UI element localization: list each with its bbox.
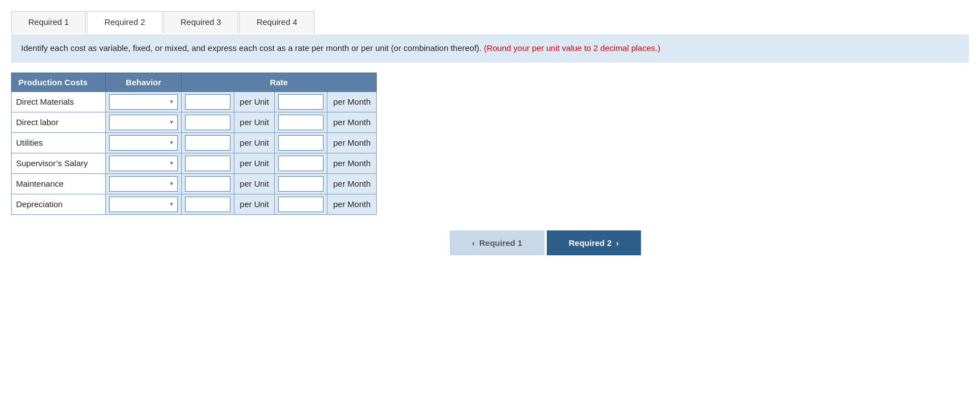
per-unit-label: per Unit xyxy=(234,112,275,132)
per-month-input-cell[interactable] xyxy=(275,112,327,132)
behavior-cell[interactable]: VariableFixedMixed▼ xyxy=(106,112,182,132)
per-unit-input-cell[interactable] xyxy=(181,132,234,153)
tabs-container: Required 1 Required 2 Required 3 Require… xyxy=(11,11,969,33)
cost-name-cell: Maintenance xyxy=(12,173,106,194)
table-row: Supervisor’s SalaryVariableFixedMixed▼pe… xyxy=(12,153,377,173)
cost-name-cell: Depreciation xyxy=(12,194,106,214)
per-unit-label: per Unit xyxy=(234,153,275,173)
per-month-label: per Month xyxy=(327,194,377,214)
instruction-highlight: (Round your per unit value to 2 decimal … xyxy=(484,43,660,53)
behavior-select[interactable]: VariableFixedMixed xyxy=(109,197,178,212)
per-unit-input[interactable] xyxy=(185,176,230,192)
per-unit-label: per Unit xyxy=(234,173,275,194)
per-month-label: per Month xyxy=(327,153,377,173)
per-unit-input[interactable] xyxy=(185,94,230,110)
per-month-input[interactable] xyxy=(278,197,324,212)
behavior-select[interactable]: VariableFixedMixed xyxy=(109,115,178,130)
behavior-select[interactable]: VariableFixedMixed xyxy=(109,176,178,192)
per-unit-input[interactable] xyxy=(185,115,230,130)
table-row: Direct MaterialsVariableFixedMixed▼per U… xyxy=(12,91,377,112)
prev-arrow-icon: ‹ xyxy=(472,238,475,248)
next-button-label: Required 2 xyxy=(569,238,612,248)
behavior-select[interactable]: VariableFixedMixed xyxy=(109,94,178,110)
per-month-label: per Month xyxy=(327,112,377,132)
header-behavior: Behavior xyxy=(106,73,182,91)
per-month-input-cell[interactable] xyxy=(275,173,327,194)
per-unit-input[interactable] xyxy=(185,135,230,151)
per-month-input-cell[interactable] xyxy=(275,91,327,112)
per-unit-label: per Unit xyxy=(234,194,275,214)
behavior-cell[interactable]: VariableFixedMixed▼ xyxy=(106,153,182,173)
table-row: MaintenanceVariableFixedMixed▼per Unitpe… xyxy=(12,173,377,194)
tab-required2[interactable]: Required 2 xyxy=(87,11,162,33)
cost-name-cell: Supervisor’s Salary xyxy=(12,153,106,173)
behavior-select[interactable]: VariableFixedMixed xyxy=(109,156,178,171)
instruction-box: Identify each cost as variable, fixed, o… xyxy=(11,34,969,63)
table-row: UtilitiesVariableFixedMixed▼per Unitper … xyxy=(12,132,377,153)
tab-required3[interactable]: Required 3 xyxy=(163,11,238,33)
per-month-input[interactable] xyxy=(278,115,324,130)
per-month-input-cell[interactable] xyxy=(275,194,327,214)
per-month-input[interactable] xyxy=(278,176,324,192)
next-arrow-icon: › xyxy=(616,238,619,248)
per-unit-input[interactable] xyxy=(185,156,230,171)
per-month-label: per Month xyxy=(327,132,377,153)
behavior-cell[interactable]: VariableFixedMixed▼ xyxy=(106,173,182,194)
behavior-cell[interactable]: VariableFixedMixed▼ xyxy=(106,132,182,153)
instruction-main: Identify each cost as variable, fixed, o… xyxy=(21,43,481,53)
per-unit-input-cell[interactable] xyxy=(181,194,234,214)
per-unit-label: per Unit xyxy=(234,132,275,153)
per-month-input-cell[interactable] xyxy=(275,132,327,153)
tab-required4[interactable]: Required 4 xyxy=(239,11,314,33)
prev-button[interactable]: ‹ Required 1 xyxy=(450,230,545,255)
tab-required1[interactable]: Required 1 xyxy=(11,11,86,33)
cost-table: Production Costs Behavior Rate Direct Ma… xyxy=(11,73,377,215)
prev-button-label: Required 1 xyxy=(479,238,522,248)
table-row: DepreciationVariableFixedMixed▼per Unitp… xyxy=(12,194,377,214)
header-production-costs: Production Costs xyxy=(12,73,106,91)
cost-name-cell: Utilities xyxy=(12,132,106,153)
per-unit-input-cell[interactable] xyxy=(181,112,234,132)
next-button[interactable]: Required 2 › xyxy=(547,230,642,255)
per-month-label: per Month xyxy=(327,173,377,194)
table-row: Direct laborVariableFixedMixed▼per Unitp… xyxy=(12,112,377,132)
per-unit-input-cell[interactable] xyxy=(181,91,234,112)
per-unit-label: per Unit xyxy=(234,91,275,112)
behavior-select[interactable]: VariableFixedMixed xyxy=(109,135,178,151)
per-month-input-cell[interactable] xyxy=(275,153,327,173)
per-month-input[interactable] xyxy=(278,135,324,151)
per-month-input[interactable] xyxy=(278,156,324,171)
navigation-buttons: ‹ Required 1 Required 2 › xyxy=(122,230,969,255)
per-unit-input[interactable] xyxy=(185,197,230,212)
per-month-input[interactable] xyxy=(278,94,324,110)
behavior-cell[interactable]: VariableFixedMixed▼ xyxy=(106,91,182,112)
behavior-cell[interactable]: VariableFixedMixed▼ xyxy=(106,194,182,214)
cost-name-cell: Direct Materials xyxy=(12,91,106,112)
per-unit-input-cell[interactable] xyxy=(181,173,234,194)
cost-name-cell: Direct labor xyxy=(12,112,106,132)
per-unit-input-cell[interactable] xyxy=(181,153,234,173)
per-month-label: per Month xyxy=(327,91,377,112)
header-rate: Rate xyxy=(181,73,376,91)
